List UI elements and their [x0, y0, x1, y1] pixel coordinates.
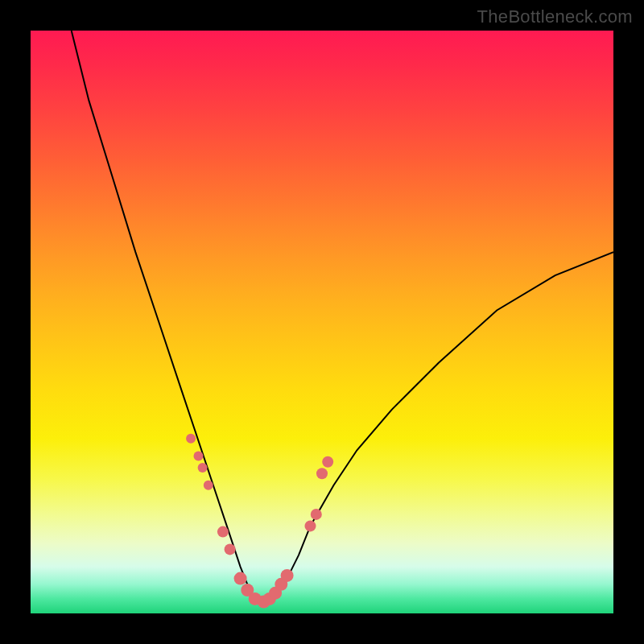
curve-svg [31, 31, 613, 613]
bottleneck-curve [72, 31, 613, 602]
highlight-dot [198, 463, 208, 473]
highlight-dot [316, 468, 328, 479]
highlight-dot [204, 481, 213, 490]
highlight-dot [322, 456, 333, 468]
highlight-dot [281, 569, 294, 582]
highlight-dot [234, 572, 247, 585]
highlight-dot [186, 434, 196, 444]
highlight-dots [186, 434, 333, 609]
highlight-dot [305, 520, 316, 531]
highlight-dot [194, 452, 204, 461]
highlight-dot [225, 543, 236, 555]
highlight-dot [217, 526, 229, 538]
highlight-dot [311, 509, 322, 520]
chart-frame: TheBottleneck.com [0, 0, 644, 644]
watermark-label: TheBottleneck.com [477, 6, 633, 27]
plot-area [31, 31, 613, 613]
